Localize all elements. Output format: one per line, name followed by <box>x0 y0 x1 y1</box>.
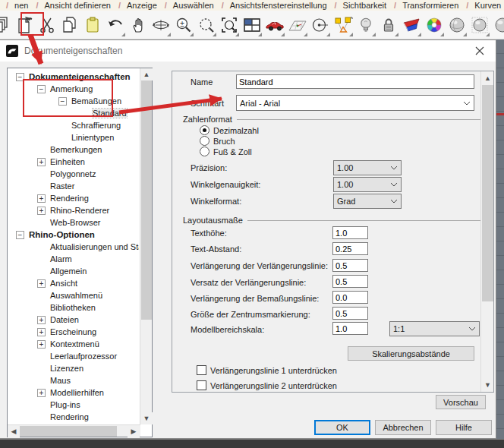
scroll-down-icon[interactable]: ▼ <box>481 379 494 391</box>
menu-item[interactable]: Kurven <box>460 1 502 10</box>
scroll-up-icon[interactable]: ▲ <box>481 72 494 84</box>
tree-hscroll-thumb[interactable] <box>20 426 117 437</box>
osnap-icon[interactable] <box>332 12 354 38</box>
tree-item[interactable]: Dateien <box>8 314 139 326</box>
lamp-icon[interactable] <box>354 12 377 38</box>
tree-item[interactable]: Leerlaufprozessor <box>8 350 139 362</box>
lock-icon[interactable] <box>377 12 400 38</box>
pan-icon[interactable] <box>127 12 150 38</box>
print-icon[interactable] <box>0 12 13 38</box>
undo-icon[interactable] <box>104 12 127 38</box>
scroll-down-icon[interactable]: ▼ <box>140 412 153 424</box>
scroll-right-icon[interactable]: ▶ <box>128 425 140 437</box>
preview-button[interactable]: Vorschau <box>436 395 486 409</box>
tree-item[interactable]: Alarm <box>8 253 139 265</box>
close-icon[interactable] <box>467 40 493 62</box>
tree-item[interactable]: Auswahlmenü <box>8 289 139 301</box>
cut-icon[interactable] <box>36 12 58 38</box>
tree-item[interactable]: Einheiten <box>8 156 139 168</box>
tree-expander-icon[interactable] <box>37 328 46 336</box>
zoom-dynamic-icon[interactable]: ± <box>172 12 195 38</box>
tree-horizontal-scrollbar[interactable]: ◀ ▶ <box>8 424 140 437</box>
tree-item[interactable]: Standard <box>8 107 139 119</box>
tree-item[interactable]: Plug-ins <box>8 399 139 411</box>
tree-item[interactable]: Bemaßungen <box>8 95 139 107</box>
angle-precision-combo[interactable]: 1.00 <box>333 177 402 192</box>
name-input[interactable] <box>236 74 474 89</box>
tree-expander-icon[interactable] <box>37 85 46 93</box>
suppress-extline1-checkbox[interactable] <box>197 365 206 375</box>
tree-item[interactable]: Rhino-Renderer <box>8 204 139 216</box>
tree-vertical-scrollbar[interactable]: ▲ ▼ <box>140 68 152 424</box>
text-height-input[interactable] <box>332 226 368 239</box>
radio-decimal[interactable] <box>200 125 209 135</box>
tree-expander-icon[interactable] <box>58 97 67 106</box>
tree-item[interactable]: Anmerkung <box>8 83 139 95</box>
help-button[interactable]: Hilfe <box>436 420 492 435</box>
precision-combo[interactable]: 1.00 <box>333 160 402 175</box>
panel-vertical-scrollbar[interactable]: ▲ ▼ <box>480 71 493 392</box>
document-properties-icon[interactable] <box>13 12 36 38</box>
zoom-extents-icon[interactable] <box>218 12 241 38</box>
tree-item[interactable]: Lizenzen <box>8 362 139 374</box>
viewport-layout-icon[interactable] <box>241 12 263 38</box>
radio-fraction[interactable] <box>200 136 209 146</box>
named-view-car-icon[interactable] <box>263 12 286 38</box>
cplane-icon[interactable] <box>286 12 309 38</box>
scale-distances-button[interactable]: Skalierungsabstände <box>348 346 474 361</box>
tree-expander-icon[interactable] <box>37 194 46 203</box>
tree-item[interactable]: Bemerkungen <box>8 144 139 156</box>
model-scale-input[interactable] <box>332 322 368 335</box>
tree-item[interactable]: Rhino-Optionen <box>8 229 139 241</box>
font-combo[interactable]: Arial - Arial <box>236 95 474 111</box>
centermark-size-input[interactable] <box>332 307 368 320</box>
scroll-up-icon[interactable]: ▲ <box>140 68 153 80</box>
tree-item[interactable]: Rendering <box>8 192 139 204</box>
tree-item[interactable]: Allgemein <box>8 265 139 277</box>
tree-item[interactable]: Aktualisierungen und Statisti <box>8 241 139 253</box>
dimline-extension-input[interactable] <box>332 291 368 304</box>
extline-extension-input[interactable] <box>332 259 368 272</box>
tree-item[interactable]: Erscheinung <box>8 326 139 338</box>
text-gap-input[interactable] <box>332 242 368 255</box>
extline-offset-input[interactable] <box>332 275 368 288</box>
tree-item[interactable]: Polygonnetz <box>8 168 139 180</box>
dialog-titlebar[interactable]: Dokumenteigenschaften <box>0 40 496 62</box>
scroll-left-icon[interactable]: ◀ <box>8 425 20 437</box>
tree-item[interactable]: Kontextmenü <box>8 338 139 350</box>
tree-vscroll-thumb[interactable] <box>141 80 152 320</box>
menu-item[interactable]: Sichtbarkeit <box>329 1 389 10</box>
menu-item[interactable]: Anzeige <box>112 1 159 10</box>
ok-button[interactable]: OK <box>314 420 370 435</box>
menu-item[interactable]: nen <box>0 1 30 10</box>
tree-item[interactable]: Raster <box>8 180 139 192</box>
rendered-sphere-icon[interactable] <box>468 12 491 38</box>
tree-item[interactable]: Modellierhilfen <box>8 386 139 399</box>
angle-format-combo[interactable]: Grad <box>333 194 402 209</box>
menu-item[interactable]: Ansicht definieren <box>30 1 112 10</box>
color-wheel-icon[interactable] <box>423 12 446 38</box>
tree-item[interactable]: Web-Browser <box>8 216 139 229</box>
tree-expander-icon[interactable] <box>37 389 46 397</box>
tree-expander-icon[interactable] <box>37 158 46 166</box>
shaded-sphere-icon[interactable] <box>446 12 468 38</box>
tree-item[interactable]: Dokumenteigenschaften <box>8 71 139 83</box>
panel-vscroll-thumb[interactable] <box>482 85 493 301</box>
menu-item[interactable]: Ansichtsfenstereinstellung <box>216 1 329 10</box>
tree-expander-icon[interactable] <box>37 340 46 349</box>
sphere-partial-icon[interactable] <box>491 12 504 38</box>
tree-item[interactable]: Linientypen <box>8 131 139 144</box>
tree-expander-icon[interactable] <box>16 73 24 81</box>
tree-expander-icon[interactable] <box>16 231 24 239</box>
copy-icon[interactable] <box>58 12 81 38</box>
layer-wedge-icon[interactable] <box>400 12 423 38</box>
paste-icon[interactable] <box>81 12 104 38</box>
rotate-view-icon[interactable] <box>150 12 172 38</box>
menu-item[interactable]: Auswählen <box>159 1 216 10</box>
tree-item[interactable]: Ansicht <box>8 277 139 289</box>
tree-item[interactable]: Rendering <box>8 411 139 423</box>
tree-expander-icon[interactable] <box>37 279 46 288</box>
cancel-button[interactable]: Abbrechen <box>375 420 431 435</box>
circle-icon[interactable] <box>309 12 332 38</box>
tree-expander-icon[interactable] <box>37 316 46 324</box>
